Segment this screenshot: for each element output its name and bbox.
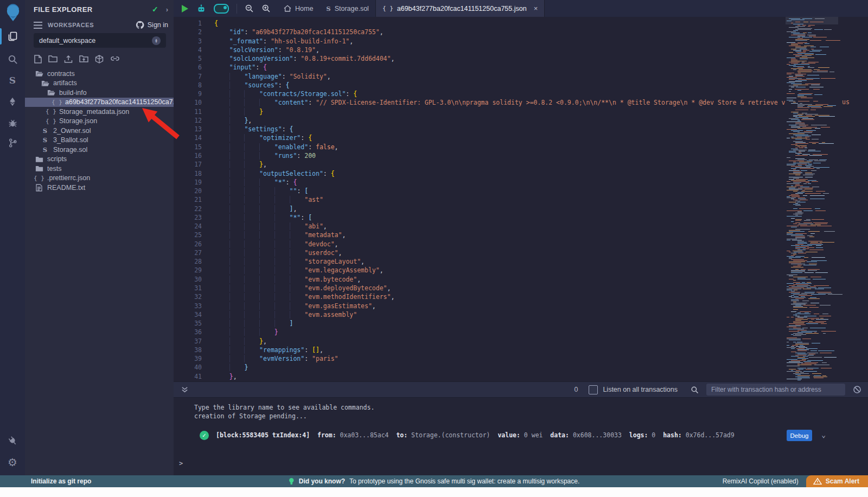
code-editor[interactable]: 1{2 "id": "a69b43f277ba20fcac141151250ca… [174,17,868,381]
run-script-button[interactable] [181,4,189,13]
line-number: 34 [174,310,202,319]
tab-storage-sol[interactable]: S Storage.sol [320,0,375,17]
line-number: 10 [174,98,202,107]
solidity-file-icon: S [326,5,330,12]
tree-item-storage-metadata-json[interactable]: { }Storage_metadata.json [25,107,174,117]
tab-build-info-json[interactable]: { } a69b43f277ba20fcac141151250ca755.jso… [375,0,545,17]
cube-icon[interactable] [95,55,104,65]
file-toolbar [34,55,120,65]
scam-alert-badge[interactable]: Scam Alert [806,475,868,487]
sidebar-item-plugin-manager[interactable] [0,431,25,450]
sidebar-item-search[interactable] [0,50,25,68]
zoom-out-icon[interactable] [245,4,254,13]
json-icon: { } [47,108,55,115]
sidebar-item-settings[interactable]: ⚙ [0,453,25,471]
workspace-select[interactable]: default_workspace ▲▼ [34,33,166,48]
line-number: 35 [174,319,202,328]
git-init-button[interactable]: Initialize as git repo [0,477,91,485]
copilot-status[interactable]: RemixAI Copilot (enabled) [723,477,799,485]
code-line: 25 "metadata", [174,231,786,239]
terminal-toolbar: 0 Listen on all transactions [174,381,868,398]
link-icon[interactable] [110,55,120,65]
listen-all-transactions-checkbox[interactable] [589,385,598,394]
tree-item-label: contracts [47,70,75,78]
sidebar-item-solidity-compiler[interactable]: S [0,71,25,90]
tree-item-storage-sol[interactable]: SStorage.sol [25,145,174,155]
copilot-toggle[interactable] [214,4,229,14]
tree-item-tests[interactable]: tests [25,164,174,174]
tree-item--prettierrc-json[interactable]: { }.prettierrc.json [25,174,174,183]
line-number: 29 [174,266,202,275]
line-number: 36 [174,328,202,336]
panel-title: FILE EXPLORER [34,5,152,14]
hamburger-menu-icon[interactable] [34,22,42,29]
line-number: 24 [174,222,202,231]
json-icon: { } [47,118,55,125]
debug-button[interactable]: Debug [787,430,812,441]
code-line: 10 "content": "// SPDX-License-Identifie… [174,98,786,107]
code-line: 32 "evm.methodIdentifiers", [174,292,786,301]
terminal-prompt: > [179,460,183,467]
tree-item-a69b43f277ba20fcac141151250ca7-[interactable]: { }a69b43f277ba20fcac141151250ca7... [25,98,174,107]
workspace-stepper-icon: ▲▼ [152,36,161,45]
active-indicator [0,28,2,44]
workspace-selected-value: default_workspace [39,37,152,44]
line-number: 20 [174,187,202,195]
tab-label: Home [295,5,313,12]
tree-item-contracts[interactable]: contracts [25,69,174,79]
transaction-log-row[interactable]: ✓ [block:5583405 txIndex:4] from: 0xa03.… [174,429,868,443]
code-line: 26 "devdoc", [174,240,786,248]
terminal-body[interactable]: Type the library name to see available c… [174,398,868,475]
sidebar-item-debugger[interactable] [0,113,25,132]
expand-transaction-icon[interactable]: ⌄ [821,431,826,439]
line-number: 28 [174,257,202,266]
line-number: 8 [174,81,202,90]
tree-item-label: Storage_metadata.json [59,108,129,116]
tree-item-label: Storage.json [59,117,97,125]
tree-item-label: 3_Ballot.sol [53,136,88,144]
sidebar-item-deploy-run[interactable] [0,92,25,111]
code-line: 13 "settings": { [174,125,786,133]
json-icon: { } [53,99,61,106]
code-line: 21 "ast" [174,195,786,204]
tab-label: Storage.sol [335,5,369,12]
zoom-in-icon[interactable] [261,4,271,13]
search-icon [8,54,18,65]
sign-in-button[interactable]: Sign in [136,21,168,29]
tree-item-3-ballot-sol[interactable]: S3_Ballot.sol [25,136,174,145]
upload-file-icon[interactable] [64,55,73,65]
upload-folder-icon[interactable] [79,55,88,65]
tree-item-readme-txt[interactable]: README.txt [25,183,174,193]
editor-tabbar: Home S Storage.sol { } a69b43f277ba20fca… [174,0,868,17]
ai-assistant-icon[interactable] [196,4,206,14]
chevron-right-icon[interactable]: › [166,5,168,14]
line-number: 26 [174,240,202,248]
clear-console-icon[interactable] [853,385,861,394]
close-tab-icon[interactable]: × [534,4,538,12]
tree-item-artifacts[interactable]: artifacts [25,79,174,88]
transaction-filter-input[interactable] [706,384,845,396]
tab-home[interactable]: Home [277,0,320,17]
tree-item-storage-json[interactable]: { }Storage.json [25,117,174,126]
new-folder-icon[interactable] [48,55,58,65]
sign-in-label: Sign in [148,21,168,29]
sidebar-item-git[interactable] [0,133,25,152]
code-line: 11 } [174,107,786,116]
json-file-icon: { } [382,5,393,12]
new-file-icon[interactable] [34,55,42,65]
code-line: 18 "outputSelection": { [174,169,786,178]
remix-logo-icon[interactable] [4,3,22,22]
tree-item-scripts[interactable]: scripts [25,155,174,164]
tree-item-2-owner-sol[interactable]: S2_Owner.sol [25,126,174,136]
tree-item-build-info[interactable]: build-info [25,88,174,98]
code-line: 23 "*": [ [174,213,786,222]
code-line: 31 "evm.deployedBytecode", [174,284,786,292]
line-number: 19 [174,178,202,187]
collapse-terminal-icon[interactable] [181,386,188,393]
minimap[interactable] [786,17,838,381]
editor-region: Home S Storage.sol { } a69b43f277ba20fca… [174,0,868,475]
code-line: 15 "enabled": false, [174,143,786,151]
lightbulb-icon [289,477,295,486]
did-you-know-tip: Did you know? To prototype using the Gno… [289,477,580,486]
sidebar-item-file-explorer[interactable] [0,27,25,46]
